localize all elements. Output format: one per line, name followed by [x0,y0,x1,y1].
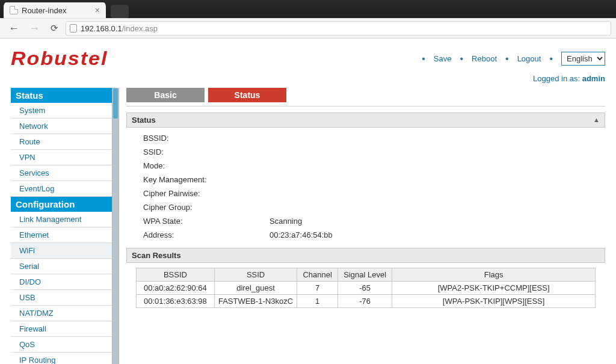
sidebar-item-services[interactable]: Services [11,165,113,181]
sidebar-item-ethernet[interactable]: Ethernet [11,227,113,243]
tab-status[interactable]: Status [208,88,286,102]
panel-header-scan[interactable]: Scan Results [126,248,605,263]
sidebar-item-link-mgmt[interactable]: Link Management [11,212,113,227]
chevron-up-icon: ▲ [593,116,600,123]
panel-title: Status [132,116,156,125]
top-links: • Save • Reboot • Logout • English [422,52,605,66]
site-icon [70,24,77,32]
sidebar-item-network[interactable]: Network [11,119,113,134]
logout-link[interactable]: Logout [517,54,541,63]
browser-tab[interactable]: Router-index × [4,2,106,18]
url-text: 192.168.0.1/index.asp [81,24,158,33]
save-link[interactable]: Save [434,54,452,63]
sidebar-item-dido[interactable]: DI/DO [11,274,113,290]
new-tab-button[interactable] [111,5,129,18]
sidebar-item-system[interactable]: System [11,103,113,119]
panel-title: Scan Results [132,251,181,260]
tab-title: Router-index [22,6,66,15]
sidebar-item-wifi[interactable]: WiFi [11,243,113,259]
browser-toolbar: ← → ⟳ 192.168.0.1/index.asp [0,18,616,39]
sidebar-item-eventlog[interactable]: Event/Log [11,181,113,197]
sidebar-item-qos[interactable]: QoS [11,337,113,353]
panel-header-status[interactable]: Status ▲ [126,113,605,128]
reboot-link[interactable]: Reboot [472,54,497,63]
logged-in-label: Logged in as: admin [11,74,605,83]
sidebar-scroll-thumb[interactable] [113,88,118,119]
back-button[interactable]: ← [5,22,23,35]
page-icon [10,6,18,14]
address-bar[interactable]: 192.168.0.1/index.asp [66,21,611,35]
browser-tabstrip: Router-index × [0,0,616,18]
language-select[interactable]: English [561,52,605,66]
logged-in-user: admin [582,74,605,83]
main-content: Basic Status Status ▲ BSSID: SSID: Mode:… [126,88,605,364]
table-header-row: BSSID SSID Channel Signal Level Flags [136,268,595,282]
tab-basic[interactable]: Basic [126,88,205,102]
close-icon[interactable]: × [95,5,100,15]
table-row: 00:01:36:e3:63:98 FASTWEB-1-N3kozC 1 -76… [136,295,595,308]
sidebar-header-status: Status [11,88,113,103]
table-row: 00:a0:a2:62:90:64 direl_guest 7 -65 [WPA… [136,282,595,295]
sidebar-item-ip-routing[interactable]: IP Routing [11,353,113,364]
sidebar-item-natdmz[interactable]: NAT/DMZ [11,306,113,321]
sidebar-item-route[interactable]: Route [11,134,113,150]
brand-logo: Robustel [11,48,108,70]
sidebar-item-usb[interactable]: USB [11,290,113,306]
sidebar-item-vpn[interactable]: VPN [11,150,113,165]
sidebar-item-serial[interactable]: Serial [11,259,113,274]
sidebar-scrollbar[interactable] [112,88,119,364]
sidebar-item-firewall[interactable]: Firewall [11,321,113,337]
scan-results-table: BSSID SSID Channel Signal Level Flags 00… [136,268,596,308]
sidebar-header-config: Configuration [11,197,113,212]
sidebar: Status System Network Route VPN Services… [11,88,113,364]
status-kv: BSSID: SSID: Mode: Key Management: Ciphe… [126,128,605,242]
reload-button[interactable]: ⟳ [46,23,63,34]
forward-button: → [25,22,43,35]
